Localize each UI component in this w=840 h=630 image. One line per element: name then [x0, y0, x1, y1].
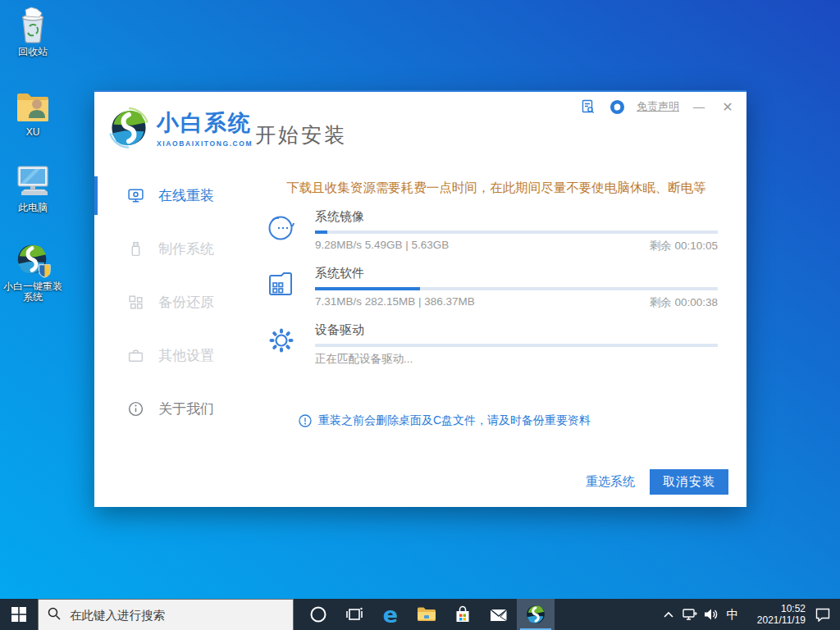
mascot-face-icon: [264, 209, 299, 253]
cancel-install-button[interactable]: 取消安装: [650, 469, 728, 495]
sidebar-item-label: 其他设置: [158, 346, 214, 365]
disclaimer-link[interactable]: 免责声明: [637, 99, 679, 114]
task-remaining: 剩余 00:10:05: [650, 239, 718, 253]
reselect-system-link[interactable]: 重选系统: [586, 474, 635, 490]
task-row-system-software: 系统软件 7.31MB/s 282.15MB | 386.37MB 剩余 00:…: [264, 266, 718, 310]
info-icon: [127, 400, 144, 418]
task-view-button[interactable]: [336, 599, 372, 630]
sidebar-item-label: 在线重装: [158, 186, 214, 205]
task-row-device-driver: 设备驱动 正在匹配设备驱动...: [264, 322, 718, 367]
backup-warning-text: 重装之前会删除桌面及C盘文件，请及时备份重要资料: [318, 413, 591, 428]
software-folder-icon: [264, 266, 299, 310]
this-pc-icon: [14, 162, 52, 200]
task-stats: 7.31MB/s 282.15MB | 386.37MB 剩余 00:00:38: [315, 295, 718, 310]
download-notice: 下载且收集资源需要耗费一点时间，在此期间尽量不要使电脑休眠、断电等: [271, 180, 722, 197]
progress-fill: [315, 231, 327, 234]
brand-text: 小白系统 XIAOBAIXITONG.COM: [157, 108, 253, 148]
task-body: 系统镜像 9.28MB/s 5.49GB | 5.63GB 剩余 00:10:0…: [315, 209, 718, 253]
sidebar-item-label: 制作系统: [158, 240, 214, 258]
sidebar-item-label: 备份还原: [158, 293, 214, 312]
task-stats: 9.28MB/s 5.49GB | 5.63GB 剩余 00:10:05: [315, 239, 718, 253]
ime-indicator[interactable]: 中: [722, 599, 743, 630]
store-icon: [454, 605, 472, 623]
start-button[interactable]: [0, 599, 38, 630]
task-name: 系统软件: [315, 266, 718, 281]
network-button[interactable]: [679, 599, 701, 630]
progress-fill: [315, 287, 420, 290]
page-title: 开始安装: [255, 121, 347, 148]
edge-button[interactable]: e: [372, 599, 409, 630]
clock-date: 2021/11/19: [757, 614, 806, 626]
report-icon[interactable]: [579, 98, 597, 116]
volume-button[interactable]: [701, 599, 722, 630]
edge-icon: e: [383, 604, 398, 626]
task-status-text: 正在匹配设备驱动...: [315, 352, 413, 367]
sidebar-item-other-settings[interactable]: 其他设置: [94, 329, 246, 382]
desktop-icon-recycle-bin[interactable]: 回收站: [2, 7, 64, 57]
search-icon: [48, 607, 61, 620]
desktop-icon-label: 此电脑: [18, 203, 48, 213]
chevron-up-icon: [663, 610, 674, 619]
desktop-icon-label: XU: [26, 127, 40, 138]
desktop-icon-label-line2: 系统: [23, 292, 43, 303]
desktop-icon-label: 回收站: [18, 47, 48, 57]
task-body: 设备驱动 正在匹配设备驱动...: [315, 322, 718, 367]
recycle-bin-icon: [15, 7, 51, 44]
support-icon[interactable]: [608, 98, 626, 116]
task-list: 系统镜像 9.28MB/s 5.49GB | 5.63GB 剩余 00:10:0…: [264, 209, 718, 379]
xiaobai-logo-icon: [107, 107, 150, 149]
sidebar-item-about-us[interactable]: 关于我们: [94, 382, 246, 436]
brand-name: 小白系统: [157, 108, 253, 138]
mail-button[interactable]: [481, 599, 517, 630]
task-view-icon: [345, 606, 363, 623]
main-content: 下载且收集资源需要耗费一点时间，在此期间尽量不要使电脑休眠、断电等 系统镜像: [246, 162, 746, 507]
sidebar-item-backup-restore[interactable]: 备份还原: [94, 276, 246, 329]
progress-bar: [315, 231, 718, 234]
installer-window: 小白系统 XIAOBAIXITONG.COM 开始安装: [94, 90, 746, 507]
sidebar-item-make-system[interactable]: 制作系统: [94, 222, 246, 276]
clock-time: 10:52: [781, 603, 806, 614]
usb-icon: [127, 240, 144, 258]
store-button[interactable]: [445, 599, 481, 630]
system-tray: 中 10:52 2021/11/19: [658, 599, 840, 630]
uac-shield-icon: [39, 265, 50, 277]
progress-bar: [315, 344, 718, 347]
action-center-icon: [815, 607, 831, 622]
search-input[interactable]: [38, 599, 294, 630]
file-explorer-button[interactable]: [409, 599, 445, 630]
taskbar: e: [0, 599, 840, 630]
windows-start-icon: [11, 607, 26, 622]
close-button[interactable]: ✕: [719, 98, 737, 116]
progress-bar: [315, 287, 718, 290]
cortana-button[interactable]: [300, 599, 336, 630]
taskbar-clock[interactable]: 10:52 2021/11/19: [743, 599, 809, 630]
xiaobai-taskbar-button[interactable]: [517, 599, 555, 630]
task-body: 系统软件 7.31MB/s 282.15MB | 386.37MB 剩余 00:…: [315, 266, 718, 310]
desktop-icon-this-pc[interactable]: 此电脑: [2, 162, 64, 213]
xiaobai-app-icon: [525, 604, 546, 625]
sidebar: 在线重装 制作系统 备份还原 其他设置: [94, 162, 246, 507]
gear-icon: [264, 322, 299, 367]
footer-actions: 重选系统 取消安装: [586, 469, 728, 495]
desktop-icon-xiaobai[interactable]: 小白一键重装 系统: [2, 241, 64, 303]
brand-domain: XIAOBAIXITONG.COM: [157, 139, 253, 148]
taskbar-search[interactable]: [38, 599, 294, 630]
briefcase-icon: [127, 347, 144, 364]
sidebar-item-online-reinstall[interactable]: 在线重装: [94, 169, 246, 222]
tray-expand-button[interactable]: [658, 599, 679, 630]
titlebar-controls: 免责声明 — ✕: [579, 98, 737, 116]
monitor-icon: [127, 187, 144, 204]
task-speed-size: 9.28MB/s 5.49GB | 5.63GB: [315, 239, 449, 253]
task-remaining: 剩余 00:00:38: [650, 295, 718, 310]
sidebar-item-label: 关于我们: [158, 399, 214, 418]
cortana-icon: [309, 605, 327, 623]
xiaobai-app-icon: [14, 241, 52, 279]
alert-circle-icon: [299, 414, 312, 427]
minimize-button[interactable]: —: [690, 98, 708, 116]
action-center-button[interactable]: [809, 599, 837, 630]
desktop-icon-user-folder[interactable]: XU: [2, 87, 64, 138]
network-icon: [682, 607, 698, 622]
backup-warning: 重装之前会删除桌面及C盘文件，请及时备份重要资料: [299, 413, 591, 428]
task-name: 设备驱动: [315, 322, 718, 338]
window-header: 小白系统 XIAOBAIXITONG.COM 开始安装: [94, 92, 746, 162]
